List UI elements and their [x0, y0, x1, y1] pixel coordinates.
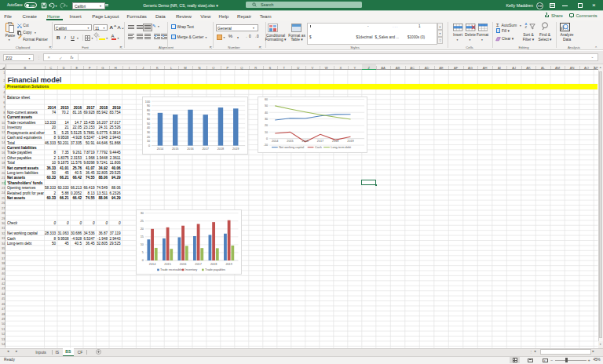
- svg-text:30: 30: [147, 131, 150, 134]
- svg-text:0: 0: [266, 137, 268, 140]
- svg-text:100: 100: [145, 100, 150, 104]
- svg-text:60: 60: [147, 118, 150, 121]
- svg-text:30: 30: [265, 118, 268, 121]
- svg-text:2014: 2014: [157, 147, 163, 151]
- svg-text:Trade payables: Trade payables: [205, 268, 225, 271]
- svg-text:-10: -10: [264, 144, 268, 147]
- svg-text:20: 20: [265, 124, 268, 127]
- svg-text:40: 40: [265, 111, 268, 115]
- svg-text:80: 80: [147, 109, 150, 112]
- svg-text:10: 10: [265, 131, 268, 134]
- svg-text:5: 5: [142, 251, 144, 254]
- svg-text:30: 30: [141, 212, 144, 215]
- svg-text:2014: 2014: [272, 140, 278, 143]
- svg-text:Inventory: Inventory: [185, 268, 198, 271]
- svg-text:20: 20: [141, 228, 144, 231]
- svg-text:2017: 2017: [317, 140, 323, 143]
- svg-text:Net working capital: Net working capital: [279, 146, 304, 149]
- svg-text:2017: 2017: [195, 263, 201, 266]
- svg-text:15: 15: [141, 235, 144, 238]
- svg-text:2019: 2019: [347, 140, 353, 143]
- svg-text:50: 50: [147, 122, 150, 126]
- svg-text:50: 50: [265, 104, 268, 107]
- svg-text:2018: 2018: [210, 263, 217, 266]
- svg-text:10: 10: [141, 243, 144, 246]
- svg-text:40: 40: [147, 126, 150, 129]
- svg-text:2016: 2016: [187, 147, 193, 151]
- svg-text:Long-term debt: Long-term debt: [331, 146, 352, 149]
- svg-text:2015: 2015: [164, 263, 170, 266]
- svg-text:2016: 2016: [302, 140, 309, 143]
- svg-text:70: 70: [147, 113, 150, 116]
- svg-text:Trade receivables: Trade receivables: [160, 268, 184, 271]
- svg-text:60: 60: [265, 98, 268, 101]
- svg-text:2016: 2016: [180, 263, 186, 266]
- svg-text:2018: 2018: [217, 147, 224, 151]
- svg-text:2019: 2019: [232, 147, 239, 151]
- svg-text:2014: 2014: [149, 263, 155, 266]
- svg-text:25: 25: [141, 220, 144, 223]
- svg-text:2015: 2015: [287, 140, 293, 143]
- svg-text:Cash: Cash: [315, 146, 322, 149]
- svg-text:2019: 2019: [225, 263, 232, 266]
- svg-text:10: 10: [147, 140, 150, 143]
- svg-text:0: 0: [148, 144, 150, 147]
- svg-text:2017: 2017: [203, 147, 209, 151]
- svg-text:0: 0: [142, 259, 144, 262]
- svg-text:90: 90: [147, 104, 150, 107]
- svg-text:20: 20: [147, 136, 150, 139]
- svg-text:2018: 2018: [332, 140, 338, 143]
- svg-text:2015: 2015: [172, 147, 178, 151]
